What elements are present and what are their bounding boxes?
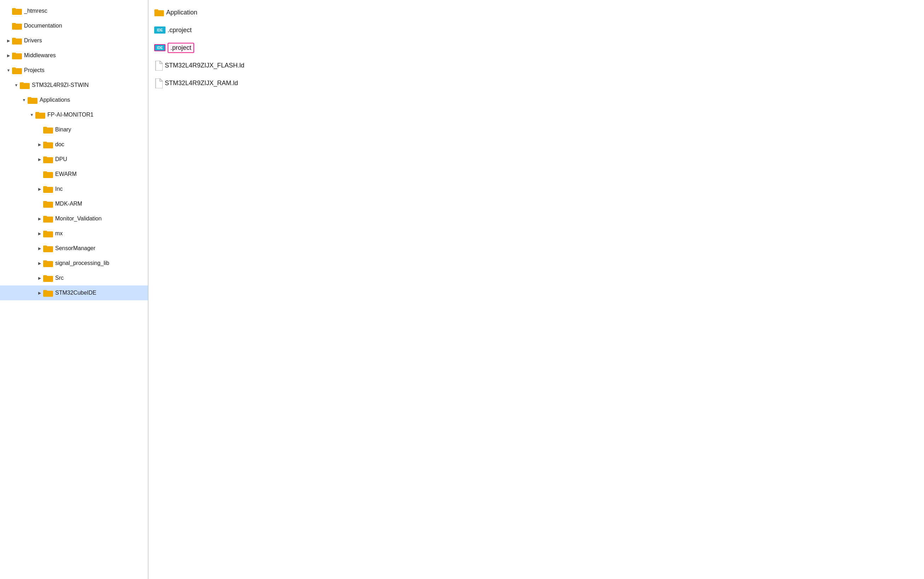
svg-rect-9 [12,67,16,69]
folder-icon-drivers [12,37,22,44]
chevron-right-icon: ▶ [36,215,43,222]
svg-rect-35 [43,260,47,262]
tree-item-label-inc: Inc [55,186,62,192]
folder-icon-applications [28,96,38,104]
folder-icon-htmresc [12,7,22,15]
tree-item-sensormanager[interactable]: ▶ SensorManager [0,241,148,256]
tree-item-label-applications: Applications [39,97,70,103]
right-item-cproject[interactable]: IDE .cproject [149,21,924,39]
svg-rect-27 [43,201,47,203]
tree-item-monitor-validation[interactable]: ▶ Monitor_Validation [0,211,148,226]
svg-rect-39 [43,290,47,292]
right-item-application[interactable]: Application [149,3,924,21]
tree-item-mdk-arm[interactable]: MDK-ARM [0,196,148,211]
right-item-project[interactable]: IDE .project [149,39,924,57]
tree-item-stm32cubeide[interactable]: ▶ STM32CubeIDE [0,285,148,300]
tree-item-applications[interactable]: ▼ Applications [0,93,148,107]
folder-icon-middlewares [12,52,22,59]
tree-item-label-stm32cubeide: STM32CubeIDE [55,290,97,296]
chevron-down-icon: ▼ [5,67,12,74]
right-item-label-ram-ld: STM32L4R9ZIJX_RAM.ld [165,80,238,87]
svg-rect-25 [43,186,47,188]
svg-rect-11 [20,82,24,84]
folder-icon-stm32 [20,81,30,89]
tree-item-documentation[interactable]: Documentation [0,18,148,33]
tree-item-label-src: Src [55,275,64,281]
tree-item-binary[interactable]: Binary [0,122,148,137]
svg-rect-13 [28,97,31,99]
tree-item-signal-processing-lib[interactable]: ▶ signal_processing_lib [0,256,148,271]
folder-icon-projects [12,66,22,74]
chevron-right-icon: ▶ [36,156,43,163]
tree-item-label-signal-processing-lib: signal_processing_lib [55,260,109,267]
right-panel: Application IDE .cproject IDE .project S… [149,0,924,579]
tree-item-label-sensormanager: SensorManager [55,245,95,252]
svg-rect-3 [12,23,16,25]
chevron-right-icon: ▶ [5,52,12,59]
tree-item-label-binary: Binary [55,126,71,133]
chevron-down-icon: ▼ [13,82,20,89]
svg-rect-31 [43,231,47,232]
tree-item-stm32l4r9zi-stwin[interactable]: ▼ STM32L4R9ZI-STWIN [0,78,148,93]
folder-icon-src [43,274,53,282]
tree-item-fp-ai-monitor1[interactable]: ▼ FP-AI-MONITOR1 [0,107,148,122]
left-panel: _htmresc Documentation ▶ Drivers ▶ [0,0,149,579]
chevron-down-icon: ▼ [28,111,35,118]
right-item-flash-ld[interactable]: STM32L4R9ZIJX_FLASH.ld [149,57,924,74]
folder-icon-monitor-validation [43,215,53,222]
svg-rect-37 [43,275,47,277]
svg-rect-7 [12,52,16,54]
chevron-right-icon: ▶ [36,141,43,148]
folder-icon-doc [43,141,53,148]
folder-icon-sensormanager [43,244,53,252]
folder-icon-binary [43,126,53,134]
svg-rect-41 [154,10,158,11]
chevron-right-icon: ▶ [36,230,43,237]
svg-rect-21 [43,157,47,158]
svg-rect-23 [43,171,47,173]
chevron-right-icon: ▶ [36,290,43,296]
tree-item-projects[interactable]: ▼ Projects [0,63,148,78]
folder-icon-application-right [154,8,164,16]
folder-icon-mx [43,230,53,237]
tree-item-mx[interactable]: ▶ mx [0,226,148,241]
chevron-right-icon: ▶ [36,275,43,281]
right-item-label-application: Application [166,9,197,16]
tree-item-inc[interactable]: ▶ Inc [0,182,148,196]
tree-item-drivers[interactable]: ▶ Drivers [0,33,148,48]
folder-icon-signal-processing-lib [43,259,53,267]
ide-badge-cproject: IDE [154,26,166,34]
chevron-down-icon: ▼ [21,96,28,103]
folder-icon-dpu [43,155,53,163]
tree-item-doc[interactable]: ▶ doc [0,137,148,152]
tree-item-label-htmresc: _htmresc [24,8,48,14]
chevron-right-icon: ▶ [5,37,12,44]
chevron-right-icon: ▶ [36,245,43,252]
tree-item-dpu[interactable]: ▶ DPU [0,152,148,167]
tree-item-label-doc: doc [55,141,64,148]
svg-rect-33 [43,245,47,247]
right-item-label-cproject: .cproject [167,26,192,34]
tree-item-label-ewarm: EWARM [55,171,77,177]
tree-item-htmresc[interactable]: _htmresc [0,3,148,18]
file-icon-ram-ld [154,79,162,88]
svg-rect-5 [12,38,16,39]
file-icon-flash-ld [154,61,162,70]
right-item-ram-ld[interactable]: STM32L4R9ZIJX_RAM.ld [149,74,924,92]
tree-item-label-documentation: Documentation [24,23,62,29]
tree-item-label-stm32: STM32L4R9ZI-STWIN [32,82,89,88]
folder-icon-stm32cubeide [43,289,53,297]
right-item-label-flash-ld: STM32L4R9ZIJX_FLASH.ld [165,62,245,69]
tree-item-middlewares[interactable]: ▶ Middlewares [0,48,148,63]
svg-rect-29 [43,216,47,218]
tree-item-label-mdk-arm: MDK-ARM [55,201,82,207]
tree-item-ewarm[interactable]: EWARM [0,167,148,182]
tree-item-label-drivers: Drivers [24,38,42,44]
svg-rect-15 [35,112,39,114]
tree-item-label-middlewares: Middlewares [24,52,56,59]
ide-badge-project: IDE [154,44,166,51]
tree-item-label-monitor-validation: Monitor_Validation [55,216,102,222]
tree-item-src[interactable]: ▶ Src [0,271,148,285]
svg-rect-17 [43,127,47,129]
chevron-right-icon: ▶ [36,260,43,267]
